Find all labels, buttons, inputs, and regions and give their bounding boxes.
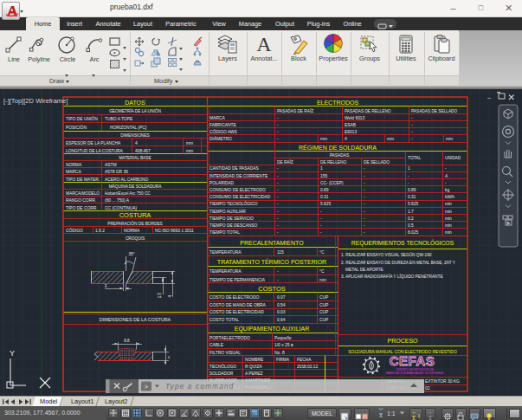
svg-text:TRATAMIENTO TÉRMICO POSTERIOR: TRATAMIENTO TÉRMICO POSTERIOR bbox=[217, 258, 326, 265]
svg-text:0.64: 0.64 bbox=[277, 318, 286, 322]
svg-text:TIEMPO AUXILIAR: TIEMPO AUXILIAR bbox=[209, 210, 246, 214]
svg-text:[-][Top][2D Wireframe]: [-][Top][2D Wireframe] bbox=[3, 97, 68, 105]
svg-text:2018.02.12: 2018.02.12 bbox=[297, 365, 319, 369]
svg-text:DIMENSIONES DE LA COSTURA: DIMENSIONES DE LA COSTURA bbox=[100, 317, 171, 322]
svg-text:MÁQUINA DE SOLDADURA: MÁQUINA DE SOLDADURA bbox=[109, 184, 163, 189]
svg-text:INTENSIDAD DE CORRIENTE: INTENSIDAD DE CORRIENTE bbox=[209, 174, 268, 178]
svg-text:NORMA: NORMA bbox=[124, 229, 140, 233]
svg-text:DATOS: DATOS bbox=[125, 100, 145, 106]
svg-text:SOLDADOR: SOLDADOR bbox=[209, 372, 234, 376]
svg-text:0.07: 0.07 bbox=[277, 295, 286, 300]
svg-text:mm: mm bbox=[446, 137, 453, 141]
svg-text:CC- (CCEP): CC- (CCEP) bbox=[320, 181, 344, 185]
svg-text:POLARIDAD: POLARIDAD bbox=[209, 181, 234, 185]
svg-text:No. 8: No. 8 bbox=[274, 351, 285, 355]
svg-text:CROQUIS: CROQUIS bbox=[126, 236, 145, 241]
svg-text:NORMA: NORMA bbox=[66, 163, 82, 167]
svg-text:A578 GR 36: A578 GR 36 bbox=[105, 170, 128, 174]
svg-text:TIPO DE MATER.: TIPO DE MATER. bbox=[66, 178, 100, 182]
svg-text:FABRICACIÓN AVANZADA Y SOSTENI: FABRICACIÓN AVANZADA Y SOSTENIBLE bbox=[386, 371, 444, 375]
svg-text:DE SELLADO: DE SELLADO bbox=[364, 160, 390, 165]
svg-text:CUP: CUP bbox=[319, 303, 328, 307]
svg-text:5.625: 5.625 bbox=[320, 202, 331, 206]
svg-text:RANGO CORR.: RANGO CORR. bbox=[66, 198, 96, 203]
svg-text:FABRICANTE: FABRICANTE bbox=[209, 123, 236, 127]
svg-text:0.5: 0.5 bbox=[408, 223, 414, 228]
svg-text:155: 155 bbox=[320, 174, 327, 178]
svg-text:PASADAS DE RELLENO: PASADAS DE RELLENO bbox=[345, 109, 391, 113]
svg-text:DE RELLENO: DE RELLENO bbox=[320, 160, 346, 165]
svg-text:min: min bbox=[445, 202, 452, 206]
svg-text:1: 1 bbox=[320, 166, 323, 171]
svg-text:PROCESO: PROCESO bbox=[387, 338, 418, 344]
svg-text:NOMBRE: NOMBRE bbox=[245, 358, 264, 362]
svg-text:CANTIDAD DE PASADAS: CANTIDAD DE PASADAS bbox=[209, 166, 259, 171]
svg-text:MARCA: MARCA bbox=[209, 116, 225, 120]
svg-text:E6013: E6013 bbox=[345, 130, 357, 134]
svg-text:TIEMPO TOTAL: TIEMPO TOTAL bbox=[209, 230, 240, 235]
svg-text:FECHA: FECHA bbox=[297, 358, 312, 362]
svg-text:0.2: 0.2 bbox=[408, 216, 414, 221]
svg-text:UNIDAD: UNIDAD bbox=[445, 156, 461, 160]
svg-text:0.03: 0.03 bbox=[277, 310, 286, 314]
svg-text:CABLE: CABLE bbox=[209, 343, 224, 347]
svg-text:A PEREZ: A PEREZ bbox=[245, 372, 262, 376]
svg-text:COSTO DE ELECTRODO: COSTO DE ELECTRODO bbox=[209, 295, 259, 300]
svg-text:0.89: 0.89 bbox=[320, 188, 329, 192]
svg-text:ASTM: ASTM bbox=[105, 163, 117, 167]
svg-text:PASADAS DE RAÍZ: PASADAS DE RAÍZ bbox=[277, 108, 313, 113]
svg-text:A: A bbox=[256, 33, 272, 55]
svg-text:EQUIPAMIENTO AUXILIAR: EQUIPAMIENTO AUXILIAR bbox=[235, 326, 310, 333]
svg-text:FILTRO VISUAL: FILTRO VISUAL bbox=[209, 351, 241, 355]
svg-text:kg: kg bbox=[445, 188, 449, 192]
svg-text:TIEMPO DE DESCANSO: TIEMPO DE DESCANSO bbox=[209, 223, 257, 228]
svg-text:Hobart/Excel Arc 750 CC: Hobart/Excel Arc 750 CC bbox=[105, 191, 151, 196]
svg-text:MARCA/MODELO: MARCA/MODELO bbox=[66, 191, 100, 196]
svg-text:COSTO DE ELECTRICIDAD: COSTO DE ELECTRICIDAD bbox=[209, 310, 264, 314]
svg-text:HORIZONTAL (PC): HORIZONTAL (PC) bbox=[110, 126, 147, 130]
svg-text:0.31: 0.31 bbox=[408, 195, 416, 199]
svg-text:mm: mm bbox=[387, 137, 394, 141]
svg-text:MATERIAL BASE: MATERIAL BASE bbox=[119, 156, 151, 160]
svg-text:4: 4 bbox=[135, 141, 138, 145]
svg-text:mm: mm bbox=[186, 141, 193, 145]
svg-text:COSTO TOTAL: COSTO TOTAL bbox=[209, 318, 239, 322]
svg-text:REQUERIMIENTOS TECNOLÓGICOS: REQUERIMIENTOS TECNOLÓGICOS bbox=[351, 239, 454, 247]
svg-text:NC-ISO 9692-1 2011: NC-ISO 9692-1 2011 bbox=[155, 229, 194, 233]
svg-text:ACERO AL CARBONO: ACERO AL CARBONO bbox=[105, 178, 149, 182]
svg-text:kW/h: kW/h bbox=[445, 195, 454, 199]
svg-text:METAL DE APORTE: METAL DE APORTE bbox=[345, 268, 383, 272]
svg-text:TEMPERATURA: TEMPERATURA bbox=[209, 269, 242, 274]
svg-text:PREPARACIÓN DE BORDES: PREPARACIÓN DE BORDES bbox=[107, 221, 163, 226]
svg-text:8.025: 8.025 bbox=[408, 230, 418, 235]
svg-text:5.625: 5.625 bbox=[408, 202, 418, 206]
svg-text:1. REALIZAR ENSAYO VISUAL SEGÚ: 1. REALIZAR ENSAYO VISUAL SEGÚN QW-190 bbox=[341, 252, 432, 257]
svg-text:CONSUMO DE ELECTRICIDAD: CONSUMO DE ELECTRICIDAD bbox=[209, 195, 271, 199]
svg-text:1.9.2: 1.9.2 bbox=[95, 229, 105, 233]
svg-text:ELECTRODOS: ELECTRODOS bbox=[317, 100, 359, 106]
svg-text:°C: °C bbox=[319, 250, 325, 255]
svg-text:SC: SC bbox=[252, 411, 258, 417]
svg-text:min: min bbox=[445, 210, 452, 214]
svg-text:CONSUMO DE ELECTRODO: CONSUMO DE ELECTRODO bbox=[209, 188, 266, 192]
svg-text:>: > bbox=[145, 383, 149, 391]
svg-text:02: 02 bbox=[425, 386, 430, 391]
svg-text:−: − bbox=[487, 94, 492, 102]
svg-text:PORTAELECTRODO: PORTAELECTRODO bbox=[209, 336, 250, 340]
svg-text:8.8: 8.8 bbox=[124, 339, 130, 343]
svg-text:min: min bbox=[445, 230, 452, 235]
svg-text:COSTOS: COSTOS bbox=[258, 285, 286, 293]
svg-text:ESAB: ESAB bbox=[345, 123, 356, 127]
svg-text:°C: °C bbox=[319, 269, 325, 274]
svg-text:TIPO DE CORR.: TIPO DE CORR. bbox=[66, 206, 98, 210]
svg-text:TECNÓLOGO: TECNÓLOGO bbox=[209, 364, 236, 369]
svg-text:CÓDIGO AWS: CÓDIGO AWS bbox=[209, 129, 238, 134]
svg-text:4: 4 bbox=[345, 137, 347, 141]
svg-text:CÓDIGO: CÓDIGO bbox=[66, 228, 83, 233]
svg-text:min: min bbox=[319, 278, 326, 282]
svg-text:COSTO DE MANO DE OBRA: COSTO DE MANO DE OBRA bbox=[209, 303, 267, 307]
svg-text:1:1: 1:1 bbox=[387, 410, 396, 417]
svg-text:TOTAL: TOTAL bbox=[408, 156, 422, 160]
svg-text:CEFAS: CEFAS bbox=[390, 353, 435, 368]
svg-text:DIMENSIONES: DIMENSIONES bbox=[120, 133, 149, 138]
